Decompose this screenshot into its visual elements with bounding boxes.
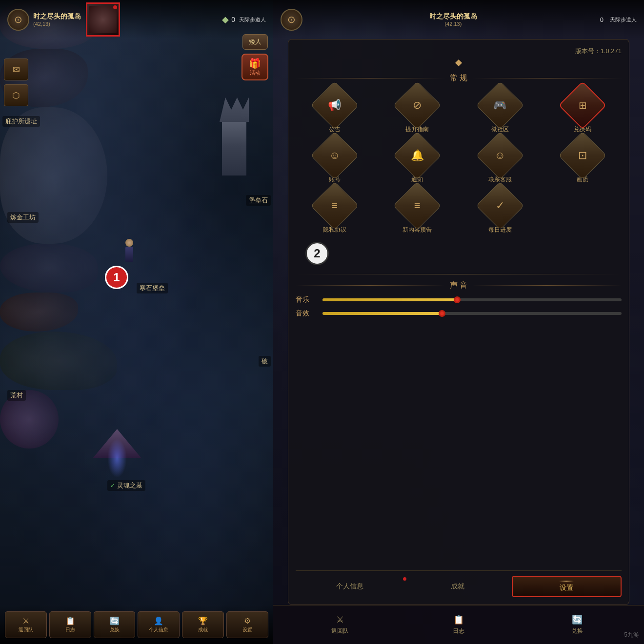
redeem-button[interactable]: ⊞ 兑换码 <box>544 88 622 134</box>
compass-icon-right[interactable]: ⊙ <box>281 9 302 31</box>
privacy-button[interactable]: ≡ 隐私协议 <box>296 189 374 234</box>
location-coords-right: (42,13) <box>306 21 600 27</box>
top-bar-left: ⊙ 时之尽头的孤岛 (42,13) ◆ 0 天际步道人 <box>0 0 273 39</box>
settings-tab-label: 设置 <box>560 584 573 591</box>
map-button[interactable]: ⬡ <box>4 84 28 106</box>
music-slider-thumb[interactable] <box>454 296 461 303</box>
sidebar-buttons-left: ✉ ⬡ <box>4 59 28 106</box>
settings-panel-bottom: 个人信息 成就 设置 <box>296 570 622 597</box>
settings-btn-left[interactable]: ⚙ 设置 <box>226 611 268 638</box>
daily-tab-icon: 📋 <box>453 614 464 625</box>
personal-btn[interactable]: 👤 个人信息 <box>138 611 180 638</box>
community-button[interactable]: 🎮 微社区 <box>461 88 539 134</box>
char-head <box>125 239 133 247</box>
quality-icon-container: ⊡ <box>565 138 600 173</box>
bottom-bar-right: ⚔ 返回队 📋 日志 🔄 兑换 <box>273 605 644 644</box>
version-label: 版本号：1.0.271 <box>296 47 622 56</box>
checkmark-icon: ✓ <box>110 482 115 489</box>
settings-tab-active[interactable]: 设置 <box>512 576 622 597</box>
activity-button[interactable]: 🎁 活动 <box>242 54 268 80</box>
settings-btn-decoration <box>559 581 574 582</box>
community-icon: 🎮 <box>493 99 506 112</box>
label-alchemy: 炼金工坊 <box>7 212 39 223</box>
sound-section-header: 声 音 <box>296 280 622 291</box>
return-squad-tab[interactable]: ⚔ 返回队 <box>281 614 399 635</box>
sfx-slider-row: 音效 <box>296 309 622 318</box>
daily-btn[interactable]: 📋 日志 <box>49 611 91 638</box>
resource-display-right: 0 天际步道人 <box>600 16 637 23</box>
label-wasteland: 荒村 <box>7 390 26 401</box>
step-number-1: 1 <box>105 266 128 289</box>
guide-icon-container: ⊘ <box>400 88 434 122</box>
personal-info-label: 个人信息 <box>336 582 363 590</box>
quality-icon: ⊡ <box>578 149 587 162</box>
label-cold-stone: 寒石堡垒 <box>137 283 168 293</box>
music-slider-fill <box>322 298 457 301</box>
guide-icon: ⊘ <box>413 99 422 112</box>
notification-button[interactable]: 🔔 通知 <box>379 138 457 184</box>
exchange-tab-label: 兑换 <box>571 627 583 635</box>
personal-label: 个人信息 <box>149 626 168 633</box>
compass-icon[interactable]: ⊙ <box>7 9 29 31</box>
daily-progress-icon: ✓ <box>496 199 504 212</box>
daily-label: 日志 <box>65 626 75 633</box>
map-background <box>0 0 273 644</box>
section-divider <box>296 274 622 274</box>
location-coords-left: (42,13) <box>33 21 81 27</box>
location-info-left: 时之尽头的孤岛 (42,13) <box>33 12 81 27</box>
icon-grid-row3: ≡ 隐私协议 ≡ 新内容预告 ✓ 每日进度 <box>296 189 622 234</box>
step-label-right: 天际步道人 <box>610 16 637 23</box>
character-avatar[interactable] <box>86 2 120 37</box>
support-button[interactable]: ☺ 联系客服 <box>461 138 539 184</box>
location-name-left: 时之尽头的孤岛 <box>33 12 81 21</box>
general-section-header: 常 规 <box>296 73 622 83</box>
pyramid-glow <box>107 439 127 478</box>
redeem-icon: ⊞ <box>579 99 587 111</box>
daily-progress-icon-container: ✓ <box>483 189 517 223</box>
activity-label: 活动 <box>250 69 261 77</box>
settings-icon-left: ⚙ <box>244 616 251 625</box>
label-fortress-stone: 堡垒石 <box>246 195 271 206</box>
label-soul-tomb: ✓ 灵魂之墓 <box>107 480 145 491</box>
preview-icon-container: ≡ <box>400 189 434 223</box>
achievement-icon: 🏆 <box>198 616 208 625</box>
left-panel: ⊙ 时之尽头的孤岛 (42,13) ◆ 0 天际步道人 ✉ ⬡ 庇护所遗址 炼金… <box>0 0 273 644</box>
announcement-icon: 📢 <box>328 99 341 112</box>
settings-label-left: 设置 <box>242 626 252 633</box>
general-label: 常 规 <box>450 73 467 83</box>
guide-button[interactable]: ⊘ 提升指南 <box>379 88 457 134</box>
sound-label: 声 音 <box>450 280 467 291</box>
return-squad-btn[interactable]: ⚔ 返回队 <box>5 611 47 638</box>
achievement-btn[interactable]: 🏆 成就 <box>182 611 224 638</box>
exchange-btn[interactable]: 🔄 兑换 <box>94 611 136 638</box>
achievement-label-right: 成就 <box>451 582 464 590</box>
preview-button[interactable]: ≡ 新内容预告 <box>379 189 457 234</box>
location-info-right: 时之尽头的孤岛 (42,13) <box>306 12 600 27</box>
daily-progress-button[interactable]: ✓ 每日进度 <box>461 189 539 234</box>
personal-info-tab[interactable]: 个人信息 <box>296 578 403 595</box>
top-diamond-decoration <box>455 59 462 66</box>
exchange-tab[interactable]: 🔄 兑换 <box>518 614 637 635</box>
settings-content: 常 规 📢 公告 ⊘ 提升指南 <box>296 69 622 568</box>
community-icon-container: 🎮 <box>483 88 517 122</box>
char-body <box>125 247 133 262</box>
exchange-tab-icon: 🔄 <box>572 614 583 625</box>
account-button[interactable]: ☺ 账号 <box>296 138 374 184</box>
mail-button[interactable]: ✉ <box>4 59 28 80</box>
support-icon: ☺ <box>495 149 505 162</box>
quality-button[interactable]: ⊡ 画质 <box>544 138 622 184</box>
label-broken: 破 <box>259 356 271 367</box>
achievement-label: 成就 <box>198 626 208 633</box>
music-slider-track[interactable] <box>322 298 622 301</box>
daily-tab[interactable]: 📋 日志 <box>399 614 518 635</box>
sfx-slider-track[interactable] <box>322 312 622 315</box>
support-icon-container: ☺ <box>483 138 517 173</box>
grid-placeholder <box>544 189 622 234</box>
achievement-tab[interactable]: 成就 <box>403 578 511 595</box>
sfx-slider-thumb[interactable] <box>439 310 445 317</box>
announcement-button[interactable]: 📢 公告 <box>296 88 374 134</box>
settings-panel: 版本号：1.0.271 常 规 📢 公告 ⊘ <box>288 39 629 605</box>
bottom-bar-left: ⚔ 返回队 📋 日志 🔄 兑换 👤 个人信息 🏆 成就 ⚙ 设置 <box>0 605 273 644</box>
dwarf-button[interactable]: 矮人 <box>242 34 268 50</box>
announcement-icon-container: 📢 <box>318 88 352 122</box>
